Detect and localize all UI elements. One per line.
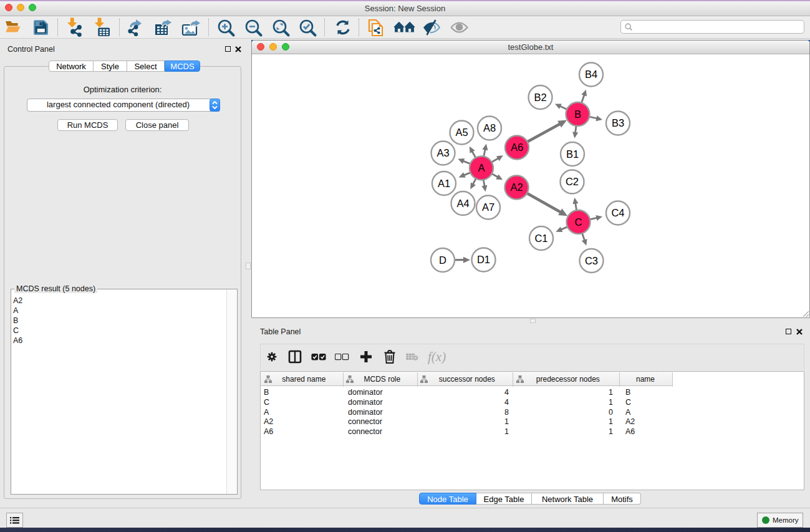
svg-text:B: B <box>574 109 581 120</box>
svg-text:C2: C2 <box>566 176 579 187</box>
svg-text:D: D <box>439 254 446 266</box>
svg-text:A: A <box>478 162 485 173</box>
svg-text:A1: A1 <box>438 178 450 189</box>
svg-text:C4: C4 <box>611 207 624 218</box>
svg-text:C3: C3 <box>585 255 598 266</box>
svg-text:A7: A7 <box>482 201 494 213</box>
svg-text:C: C <box>575 216 582 228</box>
svg-text:A8: A8 <box>483 122 496 133</box>
svg-text:B1: B1 <box>566 148 579 160</box>
svg-text:A4: A4 <box>456 198 469 209</box>
svg-text:A2: A2 <box>510 181 523 193</box>
svg-text:B2: B2 <box>534 92 546 103</box>
svg-text:A5: A5 <box>455 127 468 138</box>
svg-text:A3: A3 <box>436 147 449 158</box>
svg-text:C1: C1 <box>534 233 547 244</box>
svg-text:B4: B4 <box>585 69 597 80</box>
svg-text:D1: D1 <box>477 254 490 265</box>
svg-text:A6: A6 <box>511 142 523 153</box>
svg-text:B3: B3 <box>612 117 624 128</box>
